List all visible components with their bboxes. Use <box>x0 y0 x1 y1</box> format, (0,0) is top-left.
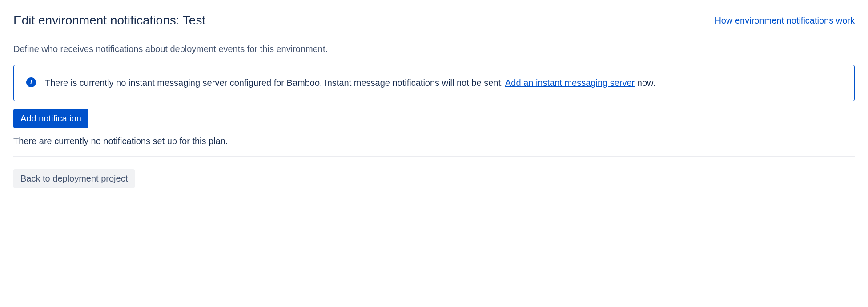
info-icon: i <box>26 77 36 87</box>
empty-state-text: There are currently no notifications set… <box>13 136 855 157</box>
info-text-after: now. <box>635 78 655 88</box>
info-message: There is currently no instant messaging … <box>45 76 655 90</box>
page-header: Edit environment notifications: Test How… <box>13 13 855 35</box>
page-title: Edit environment notifications: Test <box>13 13 205 28</box>
help-link[interactable]: How environment notifications work <box>715 16 855 26</box>
info-panel: i There is currently no instant messagin… <box>13 65 855 101</box>
add-notification-button[interactable]: Add notification <box>13 109 88 128</box>
back-to-project-button[interactable]: Back to deployment project <box>13 169 135 188</box>
page-description: Define who receives notifications about … <box>13 44 855 54</box>
add-im-server-link[interactable]: Add an instant messaging server <box>505 78 635 88</box>
info-text-before: There is currently no instant messaging … <box>45 78 505 88</box>
